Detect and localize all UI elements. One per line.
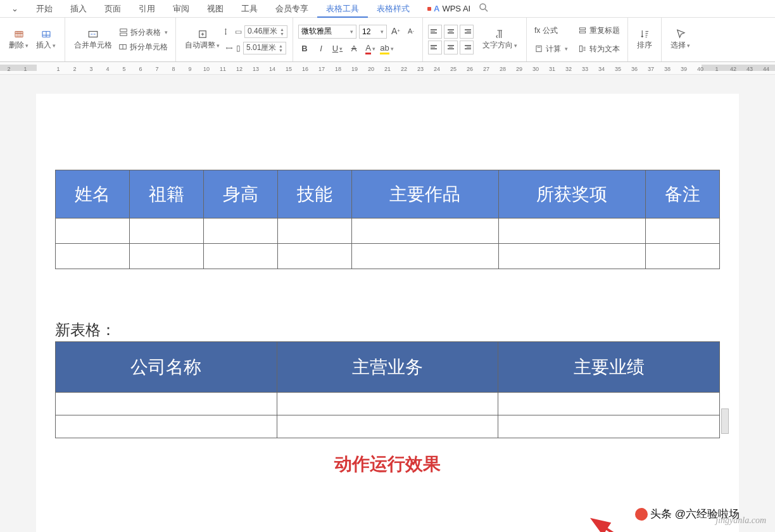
toolbar: 删除 插入 合并单元格 拆分表格 拆分单元格 自动调整 [0, 18, 775, 62]
ruler-tick: 22 [401, 66, 407, 72]
table-row[interactable] [56, 393, 720, 415]
th-performance[interactable]: 主要业绩 [498, 342, 720, 393]
ruler-tick: 3 [89, 66, 92, 72]
table-2[interactable]: 公司名称 主营业务 主要业绩 [55, 341, 720, 438]
to-text-button[interactable]: 转为文本 [576, 42, 622, 56]
insert-button[interactable]: 插入 [32, 26, 60, 53]
avatar-icon [635, 508, 648, 521]
tab-ref[interactable]: 引用 [130, 0, 164, 18]
ruler-tick: 36 [631, 66, 638, 72]
align-bottom-left[interactable] [428, 41, 442, 54]
ruler-tick: 32 [565, 66, 572, 72]
svg-rect-18 [579, 28, 585, 30]
increase-font-button[interactable]: A+ [389, 25, 402, 37]
ruler[interactable]: 2112345678910111213141516171819202122232… [0, 62, 775, 75]
search-icon[interactable] [478, 2, 489, 16]
tab-review[interactable]: 审阅 [164, 0, 198, 18]
th-awards[interactable]: 所获奖项 [498, 170, 645, 218]
stepper-icon[interactable]: ▲▼ [279, 44, 283, 53]
repeat-title-button[interactable]: 重复标题 [576, 24, 622, 37]
delete-button[interactable]: 删除 [5, 26, 32, 53]
tab-start[interactable]: 开始 [27, 0, 61, 18]
tab-view[interactable]: 视图 [198, 0, 232, 18]
table-row[interactable] [56, 415, 720, 438]
align-top-left[interactable] [428, 25, 442, 39]
align-bottom-center[interactable] [444, 41, 458, 54]
svg-line-1 [485, 9, 488, 11]
ruler-tick: 11 [220, 66, 226, 72]
row-height-icon [224, 27, 232, 36]
calc-icon [534, 44, 543, 53]
th-company[interactable]: 公司名称 [56, 342, 277, 393]
ruler-tick: 6 [139, 66, 142, 72]
font-color-button[interactable]: A [364, 42, 377, 55]
decrease-font-button[interactable]: A- [405, 25, 417, 37]
text-direction-button[interactable]: 文字方向 [479, 26, 521, 53]
ruler-tick: 42 [730, 66, 736, 72]
to-text-icon [578, 44, 587, 53]
th-business[interactable]: 主营业务 [277, 342, 498, 393]
align-top-right[interactable] [460, 25, 474, 39]
italic-button[interactable]: I [315, 42, 327, 55]
tab-table-tools[interactable]: 表格工具 [317, 0, 368, 18]
tab-tools[interactable]: 工具 [232, 0, 267, 18]
split-table-button[interactable]: 拆分表格 [117, 26, 170, 39]
tab-insert[interactable]: 插入 [61, 0, 96, 18]
split-cells-button[interactable]: 拆分单元格 [116, 41, 170, 54]
tab-table-style[interactable]: 表格样式 [368, 0, 419, 18]
split-cell-icon [118, 42, 127, 51]
page[interactable]: 姓名 祖籍 身高 技能 主要作品 所获奖项 备注 新表格： 公司名称 主营业务 … [36, 94, 739, 532]
select-button[interactable]: 选择 [667, 26, 694, 53]
ruler-tick: 23 [417, 66, 424, 72]
ruler-tick: 30 [532, 66, 539, 72]
ruler-tick: 4 [106, 66, 109, 72]
menu-dropdown[interactable]: ⌄ [3, 0, 27, 18]
formula-button[interactable]: fx 公式 [532, 24, 560, 37]
th-hometown[interactable]: 祖籍 [130, 170, 204, 218]
table-1[interactable]: 姓名 祖籍 身高 技能 主要作品 所获奖项 备注 [55, 170, 720, 269]
ruler-tick: 27 [483, 66, 489, 72]
ruler-tick: 16 [302, 66, 308, 72]
watermark-top: 头条 @六经验啦场 [635, 507, 740, 521]
svg-rect-19 [579, 31, 585, 33]
strikethrough-button[interactable]: A [348, 42, 360, 55]
stepper-icon[interactable]: ▲▼ [280, 27, 284, 36]
ruler-tick: 29 [516, 66, 522, 72]
sort-button[interactable]: 排序 [633, 26, 656, 53]
svg-rect-16 [536, 46, 541, 51]
bold-button[interactable]: B [298, 42, 311, 55]
ruler-tick: 7 [155, 66, 158, 72]
align-bottom-right[interactable] [460, 41, 474, 54]
table-resize-handle[interactable] [721, 408, 729, 434]
th-skill[interactable]: 技能 [278, 170, 352, 218]
lock-height-icon: ▭ [235, 27, 242, 36]
table-row[interactable]: 公司名称 主营业务 主要业绩 [56, 342, 720, 393]
alignment-grid [428, 25, 474, 54]
table-row[interactable] [56, 244, 720, 269]
svg-rect-12 [120, 33, 127, 35]
ruler-tick: 44 [763, 66, 769, 72]
align-top-center[interactable] [444, 25, 458, 39]
ruler-tick: 12 [236, 66, 243, 72]
font-size-select[interactable]: 12▾ [359, 25, 387, 39]
th-height[interactable]: 身高 [204, 170, 278, 218]
th-name[interactable]: 姓名 [56, 170, 130, 218]
th-works[interactable]: 主要作品 [352, 170, 499, 218]
wps-ai-label[interactable]: AWPS AI [427, 4, 470, 13]
calc-button[interactable]: 计算 [532, 42, 570, 56]
table-row[interactable] [56, 218, 720, 244]
ruler-tick: 39 [681, 66, 687, 72]
table-row[interactable]: 姓名 祖籍 身高 技能 主要作品 所获奖项 备注 [56, 170, 720, 218]
underline-button[interactable]: U [331, 42, 344, 55]
font-name-select[interactable]: 微软雅黑▾ [298, 25, 356, 39]
autofit-button[interactable]: 自动调整 [181, 26, 224, 53]
ruler-tick: 28 [500, 66, 506, 72]
tab-page[interactable]: 页面 [96, 0, 130, 18]
tab-member[interactable]: 会员专享 [267, 0, 317, 18]
th-remark[interactable]: 备注 [645, 170, 719, 218]
col-width-input[interactable]: 5.01厘米▲▼ [243, 42, 286, 54]
row-height-input[interactable]: 0.46厘米▲▼ [244, 25, 287, 38]
ruler-tick: 24 [434, 66, 440, 72]
highlight-button[interactable]: ab [381, 42, 393, 55]
merge-cells-button[interactable]: 合并单元格 [70, 26, 116, 53]
